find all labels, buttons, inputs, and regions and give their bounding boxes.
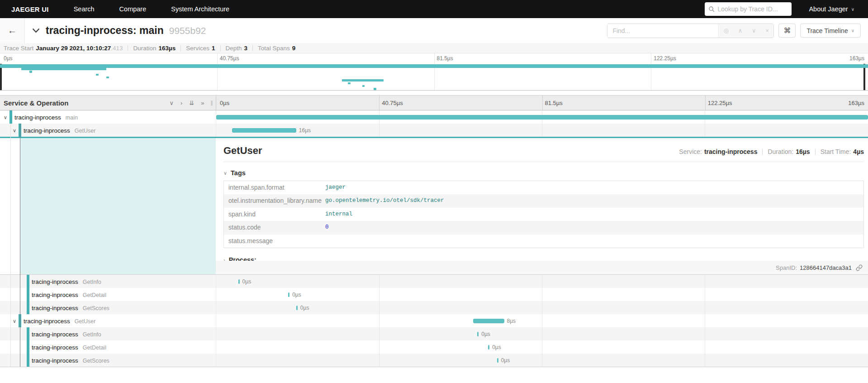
trace-id-lookup-input[interactable]: [717, 5, 788, 13]
span-service-name: tracing-inprocessGetScores: [32, 304, 109, 311]
tag-row[interactable]: span.kindinternal: [224, 208, 863, 221]
total-spans-value: 9: [292, 45, 296, 52]
back-button[interactable]: ←: [0, 18, 25, 43]
services-label: Services: [186, 45, 209, 52]
tags-accordion[interactable]: ∨ Tags: [223, 169, 864, 177]
span-row-getscores[interactable]: tracing-inprocessGetScores0µs: [0, 354, 868, 367]
span-duration-bar[interactable]: [296, 306, 298, 310]
search-icon: [708, 6, 715, 12]
ruler-gridline: [705, 96, 706, 110]
about-jaeger-menu[interactable]: About Jaeger ∨: [809, 5, 854, 13]
ruler-tick-label: 40.75µs: [382, 100, 403, 106]
collapse-all-icon[interactable]: ⇊: [189, 100, 194, 106]
tag-key: internal.span.format: [224, 181, 325, 194]
jaeger-logo[interactable]: JAEGER UI: [11, 5, 49, 13]
span-row-getinfo[interactable]: tracing-inprocessGetInfo0µs: [0, 327, 868, 340]
span-duration-bar[interactable]: [497, 358, 498, 363]
span-row-getuser[interactable]: ∨tracing-inprocessGetUser16µs: [0, 124, 868, 137]
total-spans-label: Total Spans: [258, 45, 290, 52]
span-operation-name: GetInfo: [83, 278, 101, 285]
timeline-minimap[interactable]: 0µs40.75µs81.5µs122.25µs163µs: [0, 53, 868, 91]
keyboard-shortcuts-button[interactable]: ⌘: [778, 24, 796, 38]
span-service-name: tracing-inprocessGetDetail: [32, 344, 106, 350]
span-operation-name: GetInfo: [83, 331, 101, 337]
minimap-span-bar: [348, 82, 351, 85]
tag-key: status.message: [224, 235, 325, 248]
expand-all-icon[interactable]: »: [201, 100, 204, 106]
focus-match-icon[interactable]: ◎: [724, 27, 729, 34]
collapse-trace-header-icon[interactable]: [32, 28, 40, 33]
chevron-down-icon[interactable]: ∨: [13, 127, 16, 133]
minimap-span-bar: [374, 88, 376, 90]
span-row-getdetail[interactable]: tracing-inprocessGetDetail0µs: [0, 288, 868, 301]
span-table-header: Service & Operation ∨ › ⇊ » ∥ 0µs40.75µs…: [0, 95, 868, 110]
span-duration-bar[interactable]: [488, 345, 489, 349]
ruler-tick-label: 163µs: [848, 100, 864, 106]
chevron-down-icon[interactable]: ∨: [13, 318, 16, 324]
ruler-gridline: [542, 96, 543, 110]
span-duration-label: 0µs: [492, 344, 501, 350]
span-row-getdetail[interactable]: tracing-inprocessGetDetail0µs: [0, 340, 868, 354]
span-row-getscores[interactable]: tracing-inprocessGetScores0µs: [0, 301, 868, 314]
depth-value: 3: [244, 45, 248, 52]
tag-row[interactable]: otel.instrumentation_library.namego.open…: [224, 194, 863, 207]
link-icon[interactable]: [856, 264, 863, 271]
span-duration-bar[interactable]: [288, 292, 289, 297]
span-duration-bar[interactable]: [238, 279, 240, 284]
span-row-getinfo[interactable]: tracing-inprocessGetInfo0µs: [0, 275, 868, 288]
jaeger-trace-page: JAEGER UI Search Compare System Architec…: [0, 0, 868, 383]
nav-item-system-architecture[interactable]: System Architecture: [171, 5, 229, 13]
span-id-footer: SpanID: 128664147daca3a1: [216, 261, 868, 274]
collapse-one-icon[interactable]: ∨: [170, 100, 174, 106]
tag-value: jaeger: [325, 181, 346, 194]
span-row-getuser[interactable]: ∨tracing-inprocessGetUser8µs: [0, 314, 868, 327]
tag-value: go.opentelemetry.io/otel/sdk/tracer: [325, 194, 444, 207]
span-duration-bar[interactable]: [216, 115, 868, 120]
tag-key: otel.instrumentation_library.name: [224, 194, 325, 207]
service-color-bar: [19, 124, 21, 137]
minimap-span-bar: [362, 85, 365, 87]
span-service-name: tracing-inprocessGetDetail: [32, 291, 106, 298]
duration-value: 163µs: [158, 45, 175, 52]
span-operation-name: GetDetail: [83, 292, 106, 298]
trace-view-select[interactable]: Trace Timeline ∨: [800, 24, 861, 38]
trace-id-short: 9955b92: [169, 25, 206, 36]
span-operation-name: GetScores: [83, 305, 109, 311]
service-color-bar: [27, 301, 29, 314]
chevron-down-icon[interactable]: ∨: [4, 114, 7, 120]
span-service-name: tracing-inprocessGetInfo: [32, 330, 101, 337]
duration-label: Duration: [133, 45, 156, 52]
clear-find-icon[interactable]: ×: [765, 27, 769, 34]
span-service-name: tracing-inprocessGetInfo: [32, 278, 101, 285]
service-color-bar: [27, 275, 29, 288]
ruler-gridline: [217, 53, 218, 90]
ruler-tick-label: 81.5µs: [437, 55, 453, 62]
span-duration-bar[interactable]: [477, 332, 479, 336]
nav-item-search[interactable]: Search: [74, 5, 95, 13]
prev-match-icon[interactable]: ∧: [738, 27, 743, 34]
minimap-span-bar: [0, 64, 868, 68]
span-duration-bar[interactable]: [232, 128, 296, 133]
tag-row[interactable]: internal.span.formatjaeger: [224, 181, 863, 194]
span-operation-name: GetDetail: [83, 344, 106, 350]
ruler-tick-label: 81.5µs: [545, 100, 563, 106]
span-duration-bar[interactable]: [473, 319, 504, 323]
nav-item-compare[interactable]: Compare: [119, 5, 147, 13]
service-color-bar: [27, 327, 29, 340]
next-match-icon[interactable]: ∨: [752, 27, 756, 34]
span-duration-label: 16µs: [299, 127, 311, 134]
column-resizer-grip[interactable]: ∥: [211, 100, 213, 106]
span-detail-meta: Service:tracing-inprocess Duration:16µs …: [679, 148, 864, 155]
span-row-main[interactable]: ∨tracing-inprocessmain: [0, 110, 868, 124]
span-duration-label: 0µs: [242, 278, 251, 285]
span-service-name: tracing-inprocessGetScores: [32, 357, 109, 364]
service-color-bar: [19, 314, 21, 327]
tag-row[interactable]: status.message: [224, 235, 863, 248]
span-duration-label: 8µs: [507, 318, 516, 324]
selected-span-highlight: [20, 138, 216, 274]
expand-one-icon[interactable]: ›: [180, 100, 182, 106]
find-input[interactable]: [607, 24, 718, 38]
tag-row[interactable]: status.code0: [224, 221, 863, 234]
minimap-span-bar: [29, 71, 32, 73]
trace-header: ← tracing-inprocess: main 9955b92 ◎ ∧ ∨ …: [0, 18, 868, 43]
